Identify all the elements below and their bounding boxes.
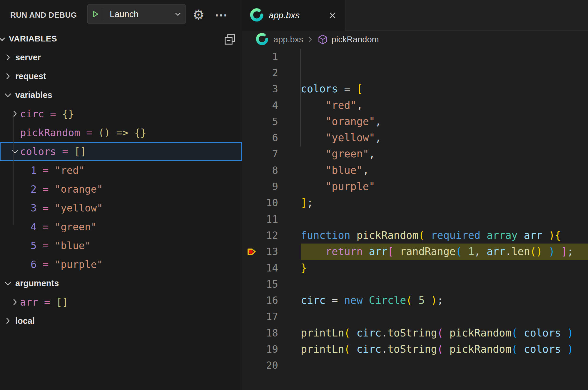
gutter[interactable]: 5 xyxy=(242,113,301,129)
chevron-down-icon[interactable] xyxy=(0,34,7,45)
code-area[interactable]: 123colors = [4 "red",5 "orange",6 "yello… xyxy=(242,48,588,374)
play-icon[interactable] xyxy=(88,10,103,19)
line-number[interactable]: 9 xyxy=(272,178,278,194)
gutter[interactable]: 4 xyxy=(242,97,301,113)
gutter[interactable]: 8 xyxy=(242,162,301,178)
variable-row[interactable]: circ = {} xyxy=(0,104,242,123)
line-number[interactable]: 7 xyxy=(272,146,278,162)
code-line-19[interactable]: 19printLn( circ.toString( pickRandom( co… xyxy=(242,341,588,357)
tab-label[interactable]: app.bxs xyxy=(269,10,300,20)
line-content[interactable] xyxy=(301,276,588,292)
line-content[interactable]: printLn( circ.toString( pickRandom( colo… xyxy=(301,341,588,357)
variable-row[interactable]: arr = [] xyxy=(0,293,242,311)
code-line-12[interactable]: 12function pickRandom( required array ar… xyxy=(242,227,588,243)
breadcrumb-file[interactable]: app.bxs xyxy=(273,35,303,44)
breadcrumb-symbol[interactable]: pickRandom xyxy=(332,35,379,44)
gutter[interactable]: 14 xyxy=(242,260,301,276)
scope-row-request[interactable]: request xyxy=(0,67,242,86)
code-line-7[interactable]: 7 "green", xyxy=(242,146,588,162)
line-number[interactable]: 18 xyxy=(266,325,278,341)
variable-row[interactable]: 6 = "purple" xyxy=(0,255,242,274)
code-line-20[interactable]: 20 xyxy=(242,357,588,374)
gutter[interactable]: 16 xyxy=(242,292,301,308)
code-line-3[interactable]: 3colors = [ xyxy=(242,81,588,97)
code-line-16[interactable]: 16circ = new Circle( 5 ); xyxy=(242,292,588,308)
variables-section-header[interactable]: VARIABLES xyxy=(0,29,242,48)
code-line-6[interactable]: 6 "yellow", xyxy=(242,129,588,146)
line-content[interactable] xyxy=(301,211,588,227)
scope-row-arguments[interactable]: arguments xyxy=(0,274,242,293)
gutter[interactable]: 18 xyxy=(242,325,301,341)
chevron-right-icon[interactable] xyxy=(10,297,20,307)
scope-row-server[interactable]: server xyxy=(0,48,242,67)
line-number[interactable]: 20 xyxy=(266,357,278,374)
chevron-down-icon[interactable] xyxy=(3,278,13,288)
line-number[interactable]: 2 xyxy=(272,64,278,81)
code-line-5[interactable]: 5 "orange", xyxy=(242,113,588,129)
line-number[interactable]: 14 xyxy=(266,260,278,276)
variable-row[interactable]: 2 = "orange" xyxy=(0,180,242,199)
code-line-4[interactable]: 4 "red", xyxy=(242,97,588,113)
gutter[interactable]: 3 xyxy=(242,81,301,97)
code-line-18[interactable]: 18printLn( circ.toString( pickRandom( co… xyxy=(242,325,588,341)
code-line-9[interactable]: 9 "purple" xyxy=(242,178,588,194)
chevron-down-icon[interactable] xyxy=(170,10,186,19)
line-number[interactable]: 13 xyxy=(266,244,278,260)
line-content[interactable]: "purple" xyxy=(301,178,588,194)
gear-icon[interactable]: ⚙ xyxy=(190,6,207,23)
code-line-13[interactable]: 13 return arr[ randRange( 1, arr.len() )… xyxy=(242,244,588,260)
line-number[interactable]: 19 xyxy=(266,341,278,357)
line-content[interactable]: printLn( circ.toString( pickRandom( colo… xyxy=(301,325,588,341)
line-content[interactable] xyxy=(301,309,588,325)
code-line-2[interactable]: 2 xyxy=(242,64,588,81)
code-line-1[interactable]: 1 xyxy=(242,48,588,64)
line-number[interactable]: 1 xyxy=(272,48,278,64)
gutter[interactable]: 13 xyxy=(242,244,301,260)
gutter[interactable]: 12 xyxy=(242,227,301,243)
line-content[interactable]: "orange", xyxy=(301,113,588,129)
variable-row[interactable]: 4 = "green" xyxy=(0,217,242,236)
line-content[interactable] xyxy=(301,48,588,64)
variable-row[interactable]: 3 = "yellow" xyxy=(0,199,242,217)
gutter[interactable]: 20 xyxy=(242,357,301,374)
gutter[interactable]: 2 xyxy=(242,64,301,81)
scope-row-variables[interactable]: variables xyxy=(0,86,242,104)
line-number[interactable]: 4 xyxy=(272,97,278,113)
close-icon[interactable] xyxy=(327,9,338,21)
line-number[interactable]: 15 xyxy=(266,276,278,292)
gutter[interactable]: 10 xyxy=(242,195,301,211)
line-content[interactable]: } xyxy=(301,260,588,276)
line-content[interactable]: circ = new Circle( 5 ); xyxy=(301,292,588,308)
chevron-down-icon[interactable] xyxy=(10,146,20,156)
gutter[interactable]: 17 xyxy=(242,309,301,325)
code-line-8[interactable]: 8 "blue", xyxy=(242,162,588,178)
gutter[interactable]: 9 xyxy=(242,178,301,194)
line-number[interactable]: 5 xyxy=(272,113,278,129)
line-number[interactable]: 10 xyxy=(266,195,278,211)
ellipsis-icon[interactable]: ⋯ xyxy=(213,6,230,23)
line-number[interactable]: 3 xyxy=(272,81,278,97)
tab-app-bxs[interactable]: app.bxs xyxy=(242,0,345,31)
code-line-17[interactable]: 17 xyxy=(242,309,588,325)
line-number[interactable]: 6 xyxy=(272,129,278,146)
variable-row[interactable]: 1 = "red" xyxy=(0,161,242,180)
code-line-15[interactable]: 15 xyxy=(242,276,588,292)
breakpoint-current-line-icon[interactable] xyxy=(246,246,258,259)
gutter[interactable]: 11 xyxy=(242,211,301,227)
line-content[interactable]: function pickRandom( required array arr … xyxy=(301,227,588,243)
variable-row[interactable]: colors = [] xyxy=(0,142,242,161)
line-number[interactable]: 8 xyxy=(272,162,278,178)
line-content[interactable]: ]; xyxy=(301,195,588,211)
gutter[interactable]: 19 xyxy=(242,341,301,357)
line-number[interactable]: 11 xyxy=(266,211,278,227)
line-number[interactable]: 12 xyxy=(266,227,278,243)
line-content[interactable]: "blue", xyxy=(301,162,588,178)
line-content[interactable]: colors = [ xyxy=(301,81,588,97)
launch-config-label[interactable]: Launch xyxy=(103,9,170,19)
gutter[interactable]: 1 xyxy=(242,48,301,64)
variable-row[interactable]: pickRandom = () => {} xyxy=(0,123,242,142)
line-number[interactable]: 16 xyxy=(266,292,278,308)
line-content[interactable] xyxy=(301,357,588,374)
gutter[interactable]: 7 xyxy=(242,146,301,162)
chevron-right-icon[interactable] xyxy=(3,71,13,81)
